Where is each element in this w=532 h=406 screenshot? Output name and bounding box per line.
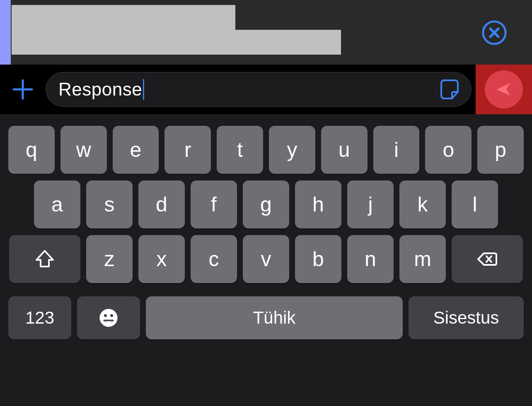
plus-icon xyxy=(11,78,34,101)
backspace-icon xyxy=(476,248,498,270)
key-e[interactable]: e xyxy=(113,126,159,174)
key-h[interactable]: h xyxy=(295,180,341,228)
message-input[interactable]: Response xyxy=(46,72,472,107)
key-u[interactable]: u xyxy=(321,126,368,174)
send-circle xyxy=(485,70,523,108)
key-j[interactable]: j xyxy=(347,180,394,228)
unread-accent-strip xyxy=(0,0,11,65)
key-g[interactable]: g xyxy=(243,180,289,228)
sticker-icon xyxy=(439,78,462,101)
emoji-key[interactable] xyxy=(77,296,140,339)
on-screen-keyboard: qwertyuiop asdfghjkl zxcvbnm 123 Tühik S… xyxy=(0,114,532,406)
shift-key[interactable] xyxy=(9,235,80,283)
send-button[interactable] xyxy=(476,65,532,114)
text-caret xyxy=(143,79,144,100)
key-i[interactable]: i xyxy=(373,126,420,174)
key-m[interactable]: m xyxy=(399,235,446,283)
enter-key[interactable]: Sisestus xyxy=(409,296,524,339)
emoji-icon xyxy=(98,307,119,329)
add-attachment-button[interactable] xyxy=(0,65,46,114)
numbers-key[interactable]: 123 xyxy=(8,296,71,339)
sticker-button[interactable] xyxy=(439,78,462,101)
redacted-preview xyxy=(12,30,341,55)
keyboard-row-2: asdfghjkl xyxy=(0,177,532,232)
keyboard-row-3: zxcvbnm xyxy=(0,232,532,286)
key-n[interactable]: n xyxy=(347,235,394,283)
keyboard-row-1: qwertyuiop xyxy=(0,123,532,177)
key-b[interactable]: b xyxy=(295,235,341,283)
shift-icon xyxy=(34,248,56,270)
key-q[interactable]: q xyxy=(8,126,55,174)
key-r[interactable]: r xyxy=(164,126,211,174)
svg-rect-4 xyxy=(104,320,113,321)
space-key[interactable]: Tühik xyxy=(146,296,403,339)
send-icon xyxy=(494,80,513,99)
key-f[interactable]: f xyxy=(191,180,237,228)
svg-point-3 xyxy=(110,314,113,317)
close-button[interactable] xyxy=(481,20,507,46)
key-v[interactable]: v xyxy=(243,235,289,283)
key-w[interactable]: w xyxy=(60,126,107,174)
key-c[interactable]: c xyxy=(191,235,237,283)
key-k[interactable]: k xyxy=(399,180,446,228)
key-d[interactable]: d xyxy=(138,180,185,228)
chat-header xyxy=(0,0,532,65)
keyboard-row-4: 123 Tühik Sisestus xyxy=(0,286,532,349)
key-x[interactable]: x xyxy=(138,235,185,283)
backspace-key[interactable] xyxy=(452,235,523,283)
key-y[interactable]: y xyxy=(269,126,315,174)
svg-point-2 xyxy=(104,314,107,317)
close-circle-icon xyxy=(481,20,507,46)
message-input-bar: Response xyxy=(0,65,532,114)
svg-point-1 xyxy=(99,309,117,327)
key-p[interactable]: p xyxy=(477,126,524,174)
redacted-name xyxy=(12,5,235,30)
key-s[interactable]: s xyxy=(86,180,133,228)
message-input-value: Response xyxy=(58,79,142,100)
key-l[interactable]: l xyxy=(452,180,498,228)
key-o[interactable]: o xyxy=(425,126,472,174)
key-t[interactable]: t xyxy=(217,126,263,174)
key-a[interactable]: a xyxy=(34,180,80,228)
key-z[interactable]: z xyxy=(86,235,133,283)
